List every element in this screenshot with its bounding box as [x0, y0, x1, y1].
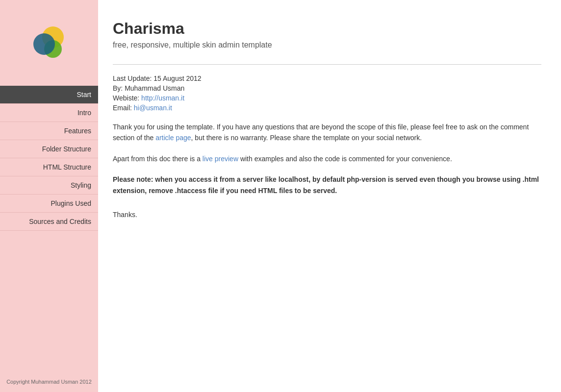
copyright-text: Copyright Muhammad Usman 2012 [0, 379, 98, 385]
website-label: Webiste: [113, 94, 141, 102]
by-value: Muhammad Usman [125, 84, 184, 92]
thanks-section: Thanks. [113, 211, 541, 219]
page-subtitle: free, responsive, multiple skin admin te… [113, 41, 541, 49]
email-label: Email: [113, 104, 134, 112]
sidebar-item-sources-and-credits[interactable]: Sources and Credits [0, 213, 98, 231]
sidebar: Start Intro Features Folder Structure HT… [0, 0, 98, 392]
last-update-label: Last Update: [113, 74, 152, 82]
note-section: Please note: when you access it from a s… [113, 174, 541, 196]
article-page-link[interactable]: article page [155, 134, 191, 142]
live-preview-paragraph: Apart from this doc there is a live prev… [113, 153, 541, 164]
description-text-2: , but there is no warranty. Please share… [191, 134, 422, 142]
sidebar-item-features[interactable]: Features [0, 122, 98, 140]
meta-section: Last Update: 15 August 2012 By: Muhammad… [113, 74, 541, 112]
by-line: By: Muhammad Usman [113, 84, 541, 92]
nav-menu: Start Intro Features Folder Structure HT… [0, 86, 98, 231]
thanks-text: Thanks. [113, 211, 541, 219]
page-title: Charisma [113, 20, 541, 38]
live-preview-link[interactable]: live preview [203, 155, 238, 163]
website-line: Webiste: http://usman.it [113, 94, 541, 102]
sidebar-item-styling[interactable]: Styling [0, 176, 98, 195]
sidebar-item-start[interactable]: Start [0, 86, 98, 104]
sidebar-item-html-structure[interactable]: HTML Structure [0, 158, 98, 176]
description-section: Thank you for using the template. If you… [113, 122, 541, 144]
by-label: By: [113, 84, 123, 92]
sidebar-item-plugins-used[interactable]: Plugins Used [0, 195, 98, 213]
logo-icon [29, 24, 69, 63]
divider [113, 64, 541, 65]
website-link[interactable]: http://usman.it [141, 94, 184, 102]
note-paragraph: Please note: when you access it from a s… [113, 174, 541, 196]
description-paragraph: Thank you for using the template. If you… [113, 122, 541, 144]
sidebar-item-intro[interactable]: Intro [0, 104, 98, 122]
logo-area [0, 0, 98, 86]
email-line: Email: hi@usman.it [113, 104, 541, 112]
live-preview-section: Apart from this doc there is a live prev… [113, 153, 541, 164]
sidebar-item-folder-structure[interactable]: Folder Structure [0, 140, 98, 158]
last-update: Last Update: 15 August 2012 [113, 74, 541, 82]
svg-point-2 [33, 33, 55, 55]
live-preview-text-1: Apart from this doc there is a [113, 155, 203, 163]
email-link[interactable]: hi@usman.it [134, 104, 172, 112]
main-content: Charisma free, responsive, multiple skin… [98, 0, 561, 392]
live-preview-text-2: with examples and also the code is comme… [238, 155, 452, 163]
